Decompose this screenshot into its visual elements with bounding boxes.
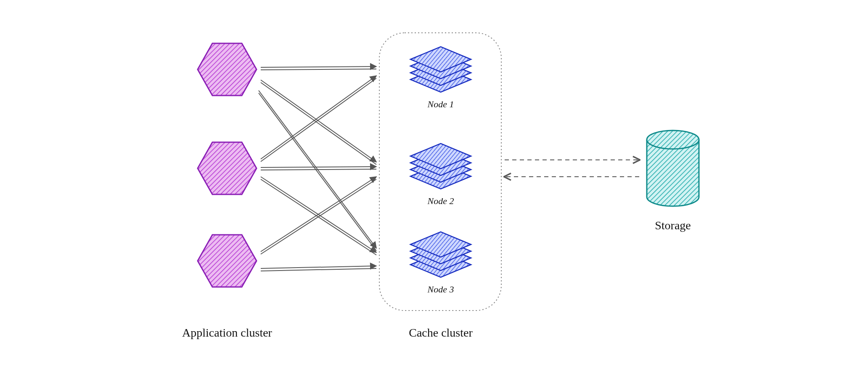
svg-line-7 [261,66,376,67]
svg-point-6 [647,130,699,149]
architecture-diagram: Node 1 Node 2 Node 3 Storage Application… [0,0,868,377]
arrows-app-to-cache [259,66,376,271]
svg-line-16 [261,169,376,170]
cache-node-3 [410,232,471,277]
svg-line-9 [261,80,376,162]
cache-node-1-label: Node 1 [427,99,454,109]
storage-label: Storage [655,219,691,232]
app-hexagon-1 [198,43,257,96]
svg-line-13 [261,76,376,159]
svg-line-15 [261,167,376,167]
app-cluster-label: Application cluster [182,326,273,339]
cache-node-1 [410,47,471,92]
svg-line-14 [261,78,376,162]
svg-line-22 [261,268,376,271]
cache-cluster-label: Cache cluster [409,326,473,339]
svg-line-12 [259,93,376,251]
app-hexagon-2 [198,142,257,194]
cache-node-3-label: Node 3 [427,284,454,295]
cache-node-2-label: Node 2 [427,196,454,206]
svg-line-10 [261,82,376,165]
cache-node-2 [410,143,471,189]
storage-cylinder [647,130,699,206]
svg-line-8 [261,69,376,70]
app-hexagon-3 [198,235,257,287]
svg-line-21 [261,266,376,268]
arrows-cache-to-storage [505,160,639,177]
